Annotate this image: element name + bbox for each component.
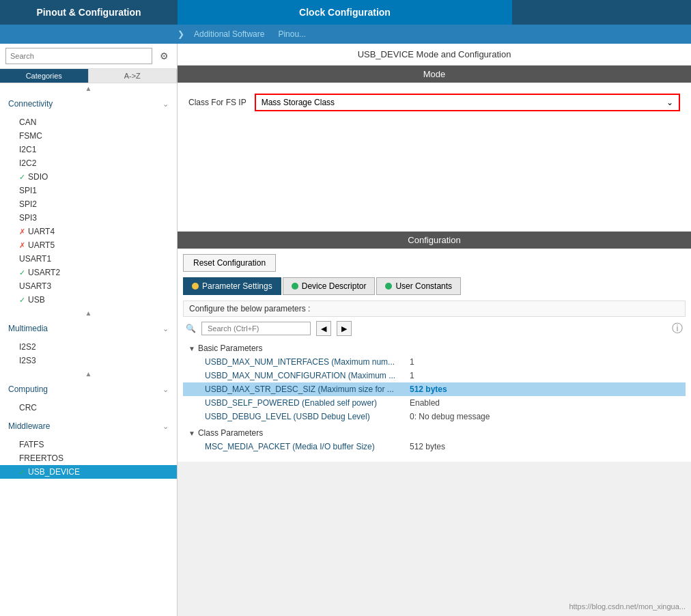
sidebar-item-i2s2[interactable]: I2S2: [0, 340, 177, 354]
i2c2-label: I2C2: [19, 158, 36, 168]
search-row: 🔍 ◀ ▶ ⓘ: [183, 321, 686, 336]
sidebar-item-i2c2[interactable]: I2C2: [0, 156, 177, 170]
sidebar-item-i2c1[interactable]: I2C1: [0, 143, 177, 156]
sidebar-item-freertos[interactable]: FREERTOS: [0, 451, 177, 465]
sidebar-search-input[interactable]: [5, 48, 152, 64]
top-header: Pinout & Configuration Clock Configurati…: [0, 0, 691, 25]
config-header-label: Configuration: [408, 235, 460, 245]
computing-label: Computing: [8, 384, 48, 394]
param-row-max-config[interactable]: USBD_MAX_NUM_CONFIGURATION (Maximum ... …: [183, 369, 686, 382]
scroll-up-multimedia[interactable]: ▲: [0, 308, 177, 318]
middleware-arrow: ⌄: [163, 422, 169, 431]
search-prev-button[interactable]: ◀: [316, 321, 331, 336]
sidebar-item-spi3[interactable]: SPI3: [0, 211, 177, 225]
param-row-debug-level[interactable]: USBD_DEBUG_LEVEL (USBD Debug Level) 0: N…: [183, 410, 686, 423]
pinout-config-label: Pinout & Configuration: [36, 7, 141, 18]
tab-categories[interactable]: Categories: [0, 69, 89, 83]
basic-params-header[interactable]: ▼ Basic Parameters: [183, 341, 686, 355]
tab-az[interactable]: A->Z: [89, 69, 178, 83]
category-header-computing[interactable]: Computing ⌄: [0, 379, 177, 400]
sidebar-item-uart4[interactable]: ✗UART4: [0, 225, 177, 238]
sidebar-item-fatfs[interactable]: FATFS: [0, 438, 177, 451]
sidebar-item-spi1[interactable]: SPI1: [0, 184, 177, 197]
category-middleware: Middleware ⌄ FATFS FREERTOS ✓ USB_DEVICE: [0, 416, 177, 480]
reset-config-button[interactable]: Reset Configuration: [183, 254, 276, 272]
basic-params-section: ▼ Basic Parameters USBD_MAX_NUM_INTERFAC…: [183, 341, 686, 423]
gear-icon[interactable]: ⚙: [156, 48, 171, 64]
param-row-max-interfaces[interactable]: USBD_MAX_NUM_INTERFACES (Maximum num... …: [183, 355, 686, 369]
sidebar-item-fsmc[interactable]: FSMC: [0, 129, 177, 143]
category-header-multimedia[interactable]: Multimedia ⌄: [0, 318, 177, 339]
sidebar-item-usart3[interactable]: USART3: [0, 279, 177, 293]
scroll-up-computing[interactable]: ▲: [0, 369, 177, 379]
additional-software-label[interactable]: Additional Software: [186, 29, 272, 39]
sidebar-item-i2s3[interactable]: I2S3: [0, 354, 177, 367]
sidebar-item-crc[interactable]: CRC: [0, 401, 177, 415]
config-header: Configuration: [178, 232, 691, 249]
device-descriptor-label: Device Descriptor: [302, 281, 367, 291]
class-select[interactable]: Mass Storage Class ⌄: [256, 95, 679, 110]
sidebar-item-usart1[interactable]: USART1: [0, 252, 177, 266]
user-constants-dot-icon: [385, 283, 392, 290]
configure-label: Configure the below parameters :: [183, 300, 686, 317]
info-icon[interactable]: ⓘ: [672, 322, 683, 336]
param-row-media-packet[interactable]: MSC_MEDIA_PACKET (Media I/O buffer Size)…: [183, 440, 686, 453]
uart5-label: UART5: [28, 240, 55, 250]
scroll-up-connectivity[interactable]: ▲: [0, 83, 177, 94]
sidebar: ⚙ Categories A->Z ▲ Connectivity ⌄ CAN F…: [0, 44, 178, 616]
category-header-connectivity[interactable]: Connectivity ⌄: [0, 94, 177, 114]
usb-device-check-icon: ✓: [19, 468, 25, 477]
class-params-label: Class Parameters: [198, 428, 263, 438]
class-params-header[interactable]: ▼ Class Parameters: [183, 426, 686, 440]
sidebar-item-sdio[interactable]: ✓SDIO: [0, 170, 177, 184]
connectivity-label: Connectivity: [8, 99, 53, 109]
usb-title-label: USB_DEVICE Mode and Configuration: [358, 49, 511, 59]
mode-white-area: [178, 122, 691, 232]
sidebar-tabs: Categories A->Z: [0, 69, 177, 83]
tab-device-descriptor[interactable]: Device Descriptor: [283, 277, 376, 295]
param-name-max-config: USBD_MAX_NUM_CONFIGURATION (Maximum ...: [205, 371, 410, 380]
param-settings-dot-icon: [192, 283, 199, 290]
spi1-label: SPI1: [19, 186, 37, 195]
tab-user-constants[interactable]: User Constants: [376, 277, 461, 295]
usb-label: USB: [28, 295, 45, 305]
sidebar-item-can[interactable]: CAN: [0, 115, 177, 129]
sidebar-item-spi2[interactable]: SPI2: [0, 197, 177, 211]
usb-check-icon: ✓: [19, 296, 25, 305]
class-params-section: ▼ Class Parameters MSC_MEDIA_PACKET (Med…: [183, 426, 686, 453]
sidebar-item-usb-device[interactable]: ✓ USB_DEVICE: [0, 465, 177, 479]
category-header-middleware[interactable]: Middleware ⌄: [0, 416, 177, 436]
fatfs-label: FATFS: [19, 440, 44, 449]
param-search-input[interactable]: [201, 322, 311, 335]
search-next-button[interactable]: ▶: [337, 321, 352, 336]
mode-content: Class For FS IP Mass Storage Class ⌄: [178, 83, 691, 122]
sidebar-item-uart5[interactable]: ✗UART5: [0, 238, 177, 252]
param-tabs: Parameter Settings Device Descriptor Use…: [183, 277, 686, 295]
sidebar-toolbar: ⚙: [0, 44, 177, 69]
class-select-wrapper: Mass Storage Class ⌄: [255, 94, 680, 111]
sidebar-item-usb[interactable]: ✓USB: [0, 293, 177, 307]
computing-arrow: ⌄: [163, 385, 169, 394]
clock-config-tab[interactable]: Clock Configuration: [178, 0, 512, 25]
param-value-max-config: 1: [410, 371, 414, 380]
i2s3-label: I2S3: [19, 356, 36, 365]
i2s2-label: I2S2: [19, 342, 36, 352]
category-multimedia: ▲ Multimedia ⌄ I2S2 I2S3: [0, 308, 177, 369]
sidebar-item-usart2[interactable]: ✓USART2: [0, 266, 177, 279]
param-value-media-packet: 512 bytes: [410, 442, 445, 451]
usart1-label: USART1: [19, 254, 51, 264]
param-row-self-powered[interactable]: USBD_SELF_POWERED (Enabled self power) E…: [183, 396, 686, 410]
freertos-label: FREERTOS: [19, 453, 64, 463]
main-layout: ⚙ Categories A->Z ▲ Connectivity ⌄ CAN F…: [0, 44, 691, 616]
pinout-nav-label[interactable]: Pinou...: [272, 29, 311, 39]
chevron-icon: ❯: [178, 29, 184, 39]
class-select-value: Mass Storage Class: [262, 98, 335, 107]
search-param-icon: 🔍: [186, 324, 196, 333]
param-settings-label: Parameter Settings: [202, 281, 272, 291]
tab-parameter-settings[interactable]: Parameter Settings: [183, 277, 281, 295]
usart2-label: USART2: [28, 268, 60, 277]
param-row-max-str-desc[interactable]: USBD_MAX_STR_DESC_SIZ (Maximum size for …: [183, 382, 686, 396]
pinout-config-tab[interactable]: Pinout & Configuration: [0, 0, 178, 25]
config-content: Reset Configuration Parameter Settings D…: [178, 249, 691, 462]
mode-header: Mode: [178, 66, 691, 83]
